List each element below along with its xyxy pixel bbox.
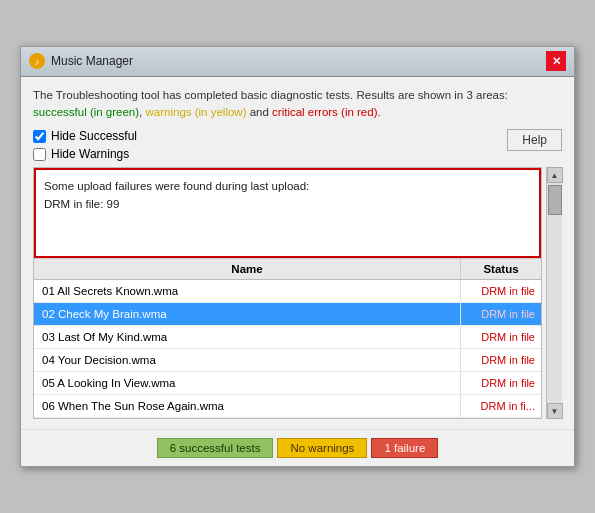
cell-status: DRM in file (461, 303, 541, 325)
scroll-track-top (547, 183, 562, 403)
cell-status: DRM in file (461, 372, 541, 394)
info-prefix: The Troubleshooting tool has completed b… (33, 89, 508, 101)
checkboxes: Hide Successful Hide Warnings (33, 129, 137, 161)
scroll-area: Some upload failures were found during l… (33, 167, 542, 419)
cell-filename: 04 Your Decision.wma (34, 349, 461, 371)
info-and: and (246, 106, 272, 118)
cell-filename: 01 All Secrets Known.wma (34, 280, 461, 302)
cell-filename: 05 A Looking In View.wma (34, 372, 461, 394)
info-errors: critical errors (in red) (272, 106, 377, 118)
help-button[interactable]: Help (507, 129, 562, 151)
table-header: Name Status (34, 259, 541, 280)
file-table: Name Status 01 All Secrets Known.wma DRM… (34, 258, 541, 418)
col-status-header: Status (461, 259, 541, 279)
cell-status: DRM in file (461, 326, 541, 348)
app-icon: ♪ (29, 53, 45, 69)
scroll-down-arrow-top[interactable]: ▼ (547, 403, 563, 419)
info-suffix: . (378, 106, 381, 118)
table-row[interactable]: 06 When The Sun Rose Again.wma DRM in fi… (34, 395, 541, 418)
main-content: The Troubleshooting tool has completed b… (21, 77, 574, 430)
bottom-bar: 6 successful tests No warnings 1 failure (21, 429, 574, 466)
title-bar-left: ♪ Music Manager (29, 53, 133, 69)
table-body: 01 All Secrets Known.wma DRM in file 02 … (34, 280, 541, 418)
cell-filename: 02 Check My Brain.wma (34, 303, 461, 325)
hide-successful-label: Hide Successful (51, 129, 137, 143)
scroll-up-arrow-top[interactable]: ▲ (547, 167, 563, 183)
error-line1: Some upload failures were found during l… (44, 178, 531, 195)
cell-filename: 06 When The Sun Rose Again.wma (34, 395, 461, 417)
title-bar: ♪ Music Manager ✕ (21, 47, 574, 77)
cell-status: DRM in file (461, 280, 541, 302)
error-line2: DRM in file: 99 (44, 196, 531, 213)
cell-filename: 03 Last Of My Kind.wma (34, 326, 461, 348)
info-warnings: warnings (in yellow) (146, 106, 247, 118)
scrollbar-top: ▲ ▼ (546, 167, 562, 419)
window-title: Music Manager (51, 54, 133, 68)
hide-warnings-label: Hide Warnings (51, 147, 129, 161)
info-text: The Troubleshooting tool has completed b… (33, 87, 562, 122)
scroll-thumb-top[interactable] (548, 185, 562, 215)
music-manager-window: ♪ Music Manager ✕ The Troubleshooting to… (20, 46, 575, 468)
table-row[interactable]: 05 A Looking In View.wma DRM in file (34, 372, 541, 395)
table-row[interactable]: 01 All Secrets Known.wma DRM in file (34, 280, 541, 303)
top-controls: Hide Successful Hide Warnings Help (33, 129, 562, 161)
info-success: successful (in green) (33, 106, 139, 118)
hide-warnings-checkbox[interactable] (33, 148, 46, 161)
table-row[interactable]: 02 Check My Brain.wma DRM in file (34, 303, 541, 326)
table-row[interactable]: 03 Last Of My Kind.wma DRM in file (34, 326, 541, 349)
hide-warnings-row: Hide Warnings (33, 147, 137, 161)
close-button[interactable]: ✕ (546, 51, 566, 71)
error-box: Some upload failures were found during l… (34, 168, 541, 258)
no-warnings-button[interactable]: No warnings (277, 438, 367, 458)
main-area: Some upload failures were found during l… (33, 167, 562, 419)
successful-tests-button[interactable]: 6 successful tests (157, 438, 274, 458)
hide-successful-row: Hide Successful (33, 129, 137, 143)
cell-status: DRM in file (461, 349, 541, 371)
table-row[interactable]: 04 Your Decision.wma DRM in file (34, 349, 541, 372)
hide-successful-checkbox[interactable] (33, 130, 46, 143)
cell-status: DRM in fi... (461, 395, 541, 417)
col-name-header: Name (34, 259, 461, 279)
failure-button[interactable]: 1 failure (371, 438, 438, 458)
